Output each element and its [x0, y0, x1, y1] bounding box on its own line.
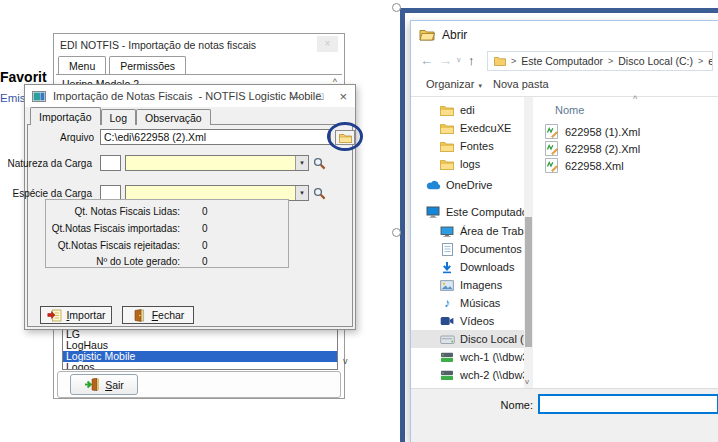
- back-arrow-icon[interactable]: ←: [420, 53, 433, 68]
- search-magnifier-icon[interactable]: [313, 156, 326, 174]
- close-button[interactable]: ×: [339, 89, 347, 104]
- sidebar-item-este-computador[interactable]: Este Computador: [411, 203, 524, 221]
- sidebar-item-videos[interactable]: Vídeos: [411, 312, 524, 330]
- file-name: 622958 (2).Xml: [565, 143, 640, 155]
- stat-lote-value: 0: [202, 256, 208, 267]
- import-notfis-window: Importação de Notas Fiscais - NOTFIS Log…: [24, 84, 356, 330]
- sidebar-item-wch-2[interactable]: wch-2 (\\dbw3) (I:): [411, 366, 524, 384]
- importar-button-label: Importar: [66, 309, 105, 321]
- xml-file-icon: [543, 141, 559, 156]
- annotation-circle: [327, 122, 363, 151]
- sidebar-item-area-de-trabalho[interactable]: Área de Trabalho: [411, 222, 524, 240]
- import-tab-page: Arquivo Natureza da Carga ▼ Espécie da C…: [27, 124, 353, 327]
- breadcrumb-edi[interactable]: edi: [708, 55, 713, 67]
- tab-log[interactable]: Log: [101, 109, 137, 125]
- breadcrumb[interactable]: > Este Computador > Disco Local (C:) > e…: [487, 51, 713, 71]
- selection-border-left[interactable]: [400, 8, 405, 442]
- folder-icon: [439, 159, 455, 170]
- sidebar-item-documentos[interactable]: Documentos: [411, 240, 524, 258]
- sidebar-item-imagens[interactable]: Imagens: [411, 276, 524, 294]
- breadcrumb-separator: >: [698, 56, 703, 66]
- forward-arrow-icon[interactable]: →: [439, 53, 452, 68]
- selection-handle-top-left[interactable]: [392, 3, 401, 12]
- favoritos-label[interactable]: Favorit: [0, 69, 47, 85]
- app-window-icon: [31, 91, 47, 102]
- sidebar-item-musicas[interactable]: ♪ Músicas: [411, 294, 524, 312]
- sidebar-item-label: wch-1 (\\dbw3) (H: [460, 351, 524, 363]
- folder-icon: [439, 105, 455, 116]
- fechar-button-label: Fechar: [152, 309, 185, 321]
- chevron-down-icon[interactable]: ▼: [295, 186, 308, 200]
- dialog-footer: Nome:: [411, 388, 718, 442]
- computer-icon: [425, 206, 441, 218]
- filename-input[interactable]: [538, 394, 718, 414]
- breadcrumb-separator: >: [511, 56, 516, 66]
- sidebar-item-onedrive[interactable]: OneDrive: [411, 176, 524, 194]
- xml-file-icon: [543, 158, 559, 173]
- selection-handle-middle-left[interactable]: [392, 228, 401, 237]
- selection-border-top[interactable]: [400, 8, 718, 13]
- organizar-button[interactable]: Organizar ▼: [426, 78, 483, 90]
- column-header-nome[interactable]: Nome: [555, 104, 584, 116]
- tab-importacao[interactable]: Importação: [30, 107, 101, 125]
- sidebar-item-edi[interactable]: edi: [411, 101, 524, 119]
- sidebar-item-label: ExedcuXE: [460, 122, 511, 134]
- tab-menu[interactable]: Menu: [58, 56, 106, 74]
- file-rows: 622958 (1).Xml 622958 (2).Xml 622958.Xml: [535, 123, 718, 174]
- importar-button[interactable]: Importar: [40, 306, 112, 324]
- stat-rejeitadas-value: 0: [202, 240, 208, 251]
- sidebar-item-fontes[interactable]: Fontes: [411, 137, 524, 155]
- up-arrow-icon[interactable]: ↑: [468, 53, 475, 68]
- folder-icon: [493, 56, 506, 66]
- open-folder-icon: [419, 27, 435, 45]
- sidebar-item-label: Músicas: [460, 297, 500, 309]
- maximize-button[interactable]: □: [317, 90, 324, 102]
- scrollbar-thumb[interactable]: [525, 217, 532, 347]
- sidebar-item-exedcuxe[interactable]: ExedcuXE: [411, 119, 524, 137]
- edi-tab-strip: Menu Permissões: [58, 56, 186, 74]
- breadcrumb-disco-local[interactable]: Disco Local (C:): [618, 55, 693, 67]
- nova-pasta-button[interactable]: Nova pasta: [493, 78, 549, 90]
- scroll-down-icon[interactable]: v: [525, 377, 529, 386]
- edi-close-button[interactable]: ×: [317, 36, 338, 52]
- list-item-logistic-mobile[interactable]: Logistic Mobile: [63, 351, 337, 362]
- sair-button[interactable]: Sair: [70, 374, 138, 395]
- scroll-down-icon[interactable]: v: [343, 356, 348, 366]
- list-item-logos[interactable]: Logos: [63, 362, 337, 370]
- network-drive-icon: [439, 370, 455, 381]
- minimize-button[interactable]: —: [290, 90, 301, 102]
- file-item-622958-1[interactable]: 622958 (1).Xml: [535, 123, 718, 140]
- tab-observacao[interactable]: Observação: [136, 109, 211, 125]
- sidebar-item-label: Este Computador: [446, 206, 524, 218]
- sidebar-item-downloads[interactable]: Downloads: [411, 258, 524, 276]
- chevron-down-icon[interactable]: ▼: [295, 156, 308, 170]
- disk-drive-icon: [439, 334, 455, 345]
- file-name: 622958 (1).Xml: [565, 126, 640, 138]
- search-magnifier-icon[interactable]: [313, 186, 326, 204]
- natureza-combo[interactable]: ▼: [125, 155, 309, 171]
- music-note-icon: ♪: [439, 297, 455, 309]
- file-item-622958-2[interactable]: 622958 (2).Xml: [535, 140, 718, 157]
- sidebar-scrollbar[interactable]: v: [524, 97, 533, 388]
- sidebar-item-disco-local[interactable]: Disco Local (C:): [411, 330, 524, 348]
- sort-ascending-icon[interactable]: ^: [633, 94, 637, 104]
- sidebar-item-label: Fontes: [460, 140, 494, 152]
- network-drive-icon: [439, 352, 455, 363]
- sidebar-item-wch-1[interactable]: wch-1 (\\dbw3) (H: [411, 348, 524, 366]
- file-item-622958[interactable]: 622958.Xml: [535, 157, 718, 174]
- breadcrumb-separator: >: [608, 56, 613, 66]
- fechar-button[interactable]: Fechar: [122, 306, 194, 324]
- sidebar-item-label: Área de Trabalho: [460, 225, 524, 237]
- nav-dropdown-icon[interactable]: v: [457, 56, 461, 63]
- arquivo-input[interactable]: [100, 129, 331, 145]
- organizar-label: Organizar: [426, 78, 474, 90]
- video-icon: [439, 316, 455, 326]
- breadcrumb-este-computador[interactable]: Este Computador: [521, 55, 603, 67]
- stat-lidas-label: Qt. Notas Fiscais Lidas:: [74, 206, 180, 217]
- dialog-titlebar: Abrir: [411, 21, 718, 47]
- sidebar-item-logs[interactable]: logs: [411, 155, 524, 173]
- natureza-code-input[interactable]: [100, 155, 121, 171]
- tab-permissoes[interactable]: Permissões: [109, 56, 186, 74]
- sidebar-item-label: Vídeos: [460, 315, 494, 327]
- systems-listbox: LG LogHaus Logistic Mobile Logos: [62, 328, 338, 370]
